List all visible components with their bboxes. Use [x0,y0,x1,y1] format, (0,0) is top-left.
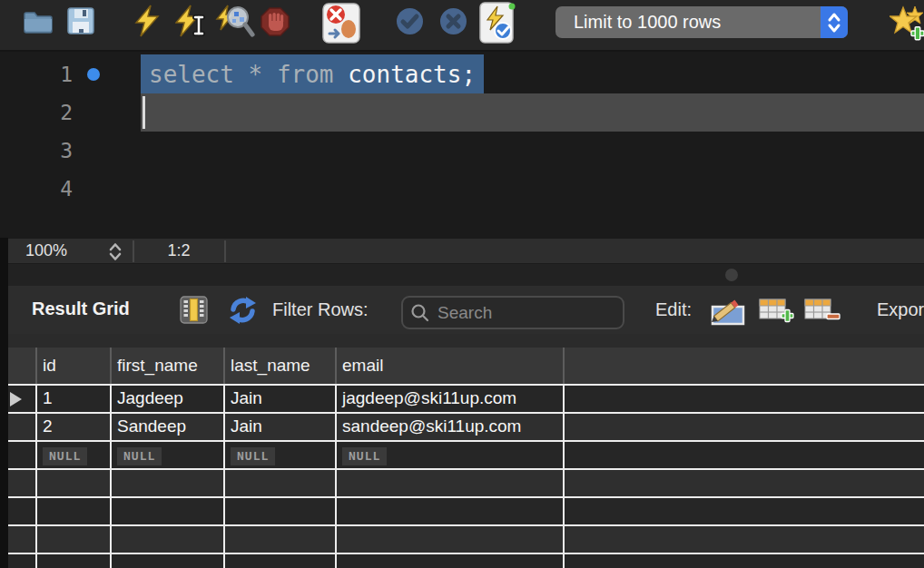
null-badge[interactable]: NULL [342,447,387,465]
null-badge[interactable]: NULL [117,447,162,465]
save-snippet-icon[interactable] [890,5,924,44]
edit-label: Edit: [655,299,692,320]
zoom-stepper-icon[interactable] [107,241,123,267]
dropdown-stepper-icon[interactable] [821,6,848,38]
toggle-stop-on-error-icon[interactable] [322,3,360,47]
pane-splitter[interactable] [0,264,924,286]
sql-editor[interactable]: 1 2 3 4 select * from contacts; [0,54,924,238]
refresh-icon[interactable] [228,296,258,328]
rollback-icon[interactable] [439,7,467,39]
open-script-icon[interactable] [23,8,54,38]
line-number: 4 [0,170,73,208]
execute-current-statement-icon[interactable] [175,5,208,41]
stop-icon[interactable] [260,7,290,40]
sql-keyword: select [149,61,249,88]
line-number: 2 [0,93,73,132]
save-script-icon[interactable] [67,7,94,38]
grid-header-row: id first_name last_name email [0,348,924,384]
current-line-highlight [141,93,924,132]
cell-first-name[interactable]: Sandeep [112,414,225,440]
result-grid-toolbar: Result Grid Filter Rows: [0,286,924,334]
statusbar-divider [224,240,226,262]
search-icon [410,303,430,323]
edit-pencil-icon[interactable] [710,297,748,329]
window-left-edge [0,238,8,568]
cell-id[interactable]: 1 [37,386,112,412]
mysql-workbench-query-window: Limit to 1000 rows 1 2 3 4 [0,0,924,568]
result-grid-title: Result Grid [32,299,130,319]
null-badge[interactable]: NULL [231,447,275,465]
splitter-handle-icon[interactable] [725,269,738,281]
insert-row-icon[interactable] [759,298,795,329]
grid-header-filler [565,348,924,384]
commit-icon[interactable] [396,7,424,39]
table-row-empty[interactable] [0,468,924,496]
cell-id[interactable]: 2 [37,414,112,440]
grid-header-last-name[interactable]: last_name [225,348,337,384]
search-input[interactable] [437,303,615,323]
cell-email[interactable]: sandeep@ski11up.com [337,414,565,440]
table-row-empty[interactable] [0,553,924,568]
grid-header-first-name[interactable]: first_name [112,348,225,384]
zoom-level: 100% [25,239,67,264]
cell-filler [565,386,924,412]
editor-statusbar: 100% 1:2 [0,238,924,263]
statement-marker-icon[interactable] [87,68,100,81]
sql-table-name: contacts; [348,61,476,88]
table-row[interactable]: 2 Sandeep Jain sandeep@ski11up.com [0,412,924,440]
table-row-empty[interactable] [0,524,924,553]
export-label[interactable]: Export [877,299,924,320]
grid-body: 1 Jagdeep Jain jagdeep@ski11up.com 2 San… [0,384,924,568]
cell-last-name[interactable]: Jain [225,386,337,412]
cell-last-name[interactable]: Jain [225,414,337,440]
cell-filler [565,414,924,440]
sql-star: * [249,61,277,88]
table-row[interactable]: 1 Jagdeep Jain jagdeep@ski11up.com [0,384,924,412]
grid-header-id[interactable]: id [37,348,112,384]
cell-first-name[interactable]: Jagdeep [112,386,225,412]
null-badge[interactable]: NULL [43,447,87,465]
limit-rows-dropdown[interactable]: Limit to 1000 rows [555,6,848,38]
sql-keyword: from [277,61,348,88]
grid-columns-icon[interactable] [180,296,208,328]
text-caret [143,96,145,129]
cell-email[interactable]: jagdeep@ski11up.com [337,386,565,412]
filter-rows-label: Filter Rows: [272,299,369,320]
current-row-marker-icon [10,392,22,406]
table-row-new[interactable]: NULL NULL NULL NULL [0,440,924,468]
explain-plan-icon[interactable] [215,5,255,43]
limit-rows-value: Limit to 1000 rows [555,12,821,33]
query-toolbar: Limit to 1000 rows [0,0,924,52]
statusbar-divider [133,240,134,262]
line-number: 3 [0,132,73,170]
cursor-position: 1:2 [147,239,211,264]
execute-icon[interactable] [133,5,162,41]
sql-selected-statement[interactable]: select * from contacts; [141,54,484,93]
table-row-empty[interactable] [0,496,924,524]
commit-on-execute-icon[interactable] [479,2,516,47]
result-grid: id first_name last_name email 1 Jagdeep … [0,334,924,568]
grid-header-email[interactable]: email [337,348,565,384]
line-number: 1 [0,55,73,93]
search-box[interactable] [401,296,624,329]
cell-filler [565,442,924,468]
delete-row-icon[interactable] [804,298,840,329]
